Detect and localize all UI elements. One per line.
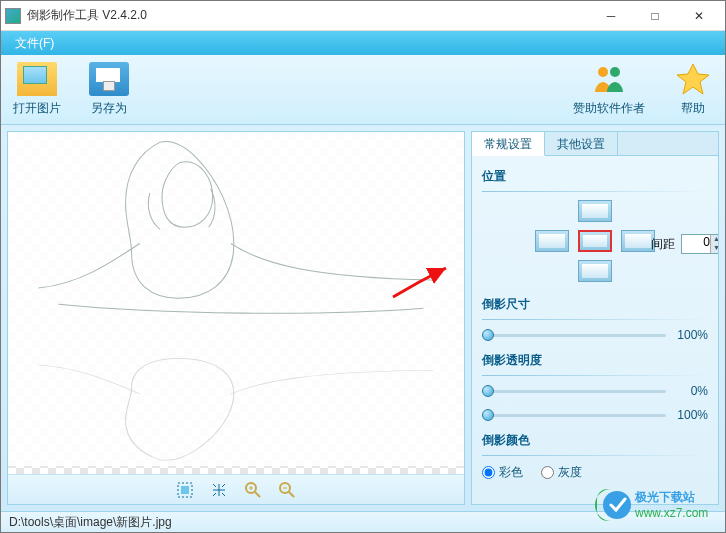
position-center[interactable]: [578, 230, 612, 252]
preview-pane: [7, 131, 465, 505]
menubar: 文件(F): [1, 31, 725, 55]
settings-tabs: 常规设置 其他设置: [472, 132, 718, 156]
panel-body: 位置 间距 0 ▲▼: [472, 156, 718, 504]
position-top[interactable]: [578, 200, 612, 222]
minimize-button[interactable]: ─: [589, 2, 633, 30]
actual-size-button[interactable]: [209, 480, 229, 500]
group-size-title: 倒影尺寸: [482, 296, 708, 313]
svg-point-0: [598, 67, 608, 77]
spacing-label: 间距: [651, 236, 675, 253]
spacing-spinner[interactable]: ▲▼: [710, 235, 718, 253]
group-opacity-title: 倒影透明度: [482, 352, 708, 369]
color-radio-group: 彩色 灰度: [482, 464, 708, 481]
size-value: 100%: [674, 328, 708, 342]
open-image-button[interactable]: 打开图片: [13, 62, 61, 117]
svg-rect-3: [8, 132, 464, 466]
color-radio-color[interactable]: 彩色: [482, 464, 523, 481]
spacing-control: 间距 0 ▲▼: [651, 234, 718, 254]
svg-point-1: [610, 67, 620, 77]
opacity-top-slider[interactable]: [482, 385, 666, 397]
position-grid: 间距 0 ▲▼: [525, 200, 665, 290]
zoom-in-button[interactable]: [243, 480, 263, 500]
position-left[interactable]: [535, 230, 569, 252]
fit-screen-button[interactable]: [175, 480, 195, 500]
position-bottom[interactable]: [578, 260, 612, 282]
tab-other[interactable]: 其他设置: [545, 132, 618, 155]
toolbar: 打开图片 另存为 赞助软件作者 帮助: [1, 55, 725, 125]
opacity-top-value: 0%: [674, 384, 708, 398]
status-path: D:\tools\桌面\image\新图片.jpg: [9, 514, 172, 531]
maximize-button[interactable]: □: [633, 2, 677, 30]
settings-panel: 常规设置 其他设置 位置 间距 0 ▲▼: [471, 131, 719, 505]
size-slider[interactable]: [482, 329, 666, 341]
svg-rect-5: [181, 486, 189, 494]
opacity-bottom-value: 100%: [674, 408, 708, 422]
opacity-bottom-slider[interactable]: [482, 409, 666, 421]
main-area: 常规设置 其他设置 位置 间距 0 ▲▼: [1, 125, 725, 511]
position-right[interactable]: [621, 230, 655, 252]
titlebar: 倒影制作工具 V2.4.2.0 ─ □ ✕: [1, 1, 725, 31]
app-icon: [5, 8, 21, 24]
tab-general[interactable]: 常规设置: [472, 132, 545, 156]
floppy-icon: [89, 62, 129, 96]
help-star-icon: [673, 62, 713, 96]
image-canvas[interactable]: [8, 132, 464, 474]
people-icon: [589, 62, 629, 96]
sketch-image: [8, 132, 464, 466]
canvas-toolbar: [8, 474, 464, 504]
statusbar: D:\tools\桌面\image\新图片.jpg: [1, 511, 725, 533]
menu-file[interactable]: 文件(F): [7, 33, 62, 54]
help-button[interactable]: 帮助: [673, 62, 713, 117]
close-button[interactable]: ✕: [677, 2, 721, 30]
svg-line-7: [255, 492, 260, 497]
window-title: 倒影制作工具 V2.4.2.0: [27, 7, 589, 24]
sponsor-button[interactable]: 赞助软件作者: [573, 62, 645, 117]
group-color-title: 倒影颜色: [482, 432, 708, 449]
group-position-title: 位置: [482, 168, 708, 185]
color-radio-gray[interactable]: 灰度: [541, 464, 582, 481]
spacing-input[interactable]: 0 ▲▼: [681, 234, 718, 254]
folder-image-icon: [17, 62, 57, 96]
save-as-button[interactable]: 另存为: [89, 62, 129, 117]
zoom-out-button[interactable]: [277, 480, 297, 500]
svg-line-11: [289, 492, 294, 497]
svg-marker-2: [677, 64, 709, 94]
